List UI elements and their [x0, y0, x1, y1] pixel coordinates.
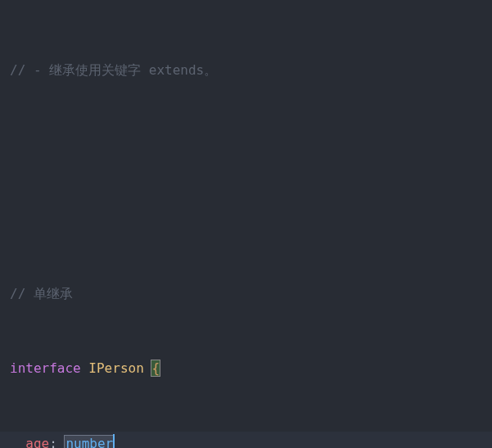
text-cursor [113, 434, 115, 448]
code-content[interactable]: // - 继承使用关键字 extends。 // 单继承 interface I… [0, 8, 492, 448]
colon: : [49, 436, 57, 448]
code-line-current[interactable]: age: number [0, 432, 492, 448]
code-line[interactable]: interface IPerson { [0, 356, 492, 381]
type-name: IPerson [88, 360, 143, 376]
code-editor[interactable]: // - 继承使用关键字 extends。 // 单继承 interface I… [0, 8, 492, 448]
code-line[interactable] [0, 133, 492, 157]
type-number: number [64, 435, 115, 448]
code-line[interactable]: // - 继承使用关键字 extends。 [0, 58, 492, 83]
comment-text: // 单继承 [10, 286, 73, 301]
code-line[interactable] [0, 207, 492, 232]
keyword-interface: interface [10, 360, 81, 376]
code-line[interactable]: // 单继承 [0, 282, 492, 306]
property-name: age [25, 436, 49, 448]
brace-open: { [151, 360, 160, 377]
comment-text: // - 继承使用关键字 extends。 [10, 62, 217, 78]
